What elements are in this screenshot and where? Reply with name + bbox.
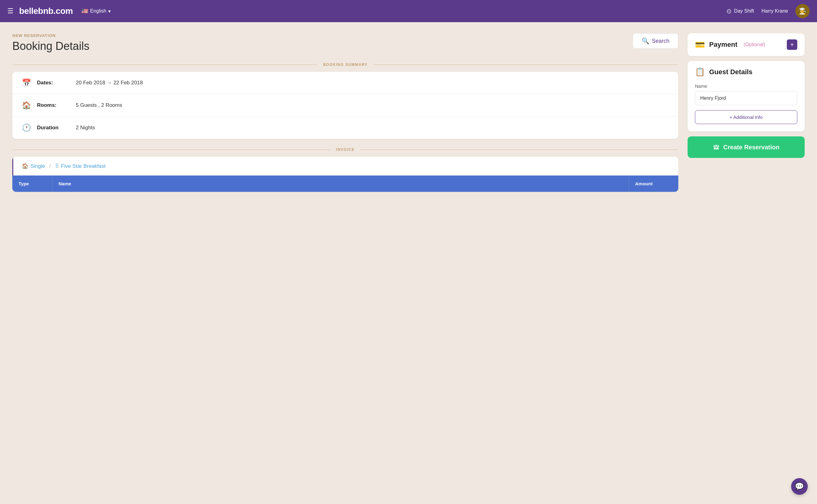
chat-icon: 💬 [795,482,804,491]
guest-list-icon: 📋 [695,67,705,77]
divider-line-left [12,65,318,65]
col-type-header: Type [12,175,52,192]
booking-summary-label: BOOKING SUMMARY [318,62,373,67]
sun-icon: ⊙ [726,7,732,15]
header-right: ⊙ Day Shift Harry Krane 👨‍🍳 [726,4,810,18]
create-reservation-button[interactable]: 🛎 Create Reservation [688,136,805,158]
rooms-label: Rooms: [37,102,71,108]
avatar: 👨‍🍳 [795,4,810,18]
page-title: Booking Details [12,40,89,53]
credit-card-icon: 💳 [695,40,705,50]
language-label: English [90,8,106,14]
app-header: ☰ bellebnb.com 🇺🇸 English ▾ ⊙ Day Shift … [0,0,817,22]
app-logo: bellebnb.com [19,6,73,16]
language-selector[interactable]: 🇺🇸 English ▾ [81,8,110,14]
dates-label: Dates: [37,80,71,86]
package-link[interactable]: ⠿ Five Star Breakfast [55,163,106,169]
invoice-divider-line-left [12,150,331,150]
room-icon: 🏠 [22,163,28,169]
divider-line-right [373,65,678,65]
search-button[interactable]: 🔍 Search [633,33,678,49]
booking-summary-divider: BOOKING SUMMARY [12,62,678,67]
invoice-section: 🏠 Single / ⠿ Five Star Breakfast Type Na… [12,157,678,192]
payment-optional-label: (Optional) [744,42,765,47]
col-name-header: Name [52,175,629,192]
house-icon: 🏠 [21,101,32,110]
invoice-item-content: 🏠 Single / ⠿ Five Star Breakfast [13,157,678,175]
booking-summary-card: 📅 Dates: 20 Feb 2018 → 22 Feb 2018 🏠 Roo… [12,72,678,139]
house-key-icon: 🛎 [713,143,720,151]
invoice-divider: INVOICE [12,147,678,152]
guest-card-header: 📋 Guest Details [695,67,797,77]
username-label: Harry Krane [762,8,788,14]
shift-label: Day Shift [734,8,754,14]
main-content: NEW RESERVATION Booking Details 🔍 Search… [0,22,817,203]
additional-info-button[interactable]: + Additional Info [695,110,797,124]
chat-bubble-button[interactable]: 💬 [791,478,808,495]
invoice-table-header: Type Name Amount [12,175,678,192]
search-icon: 🔍 [642,37,649,45]
guest-details-card: 📋 Guest Details Name + Additional Info [688,61,805,131]
flag-icon: 🇺🇸 [81,8,88,14]
guest-details-title: Guest Details [709,68,753,76]
col-amount-header: Amount [629,175,678,192]
page-header: NEW RESERVATION Booking Details [12,33,89,59]
invoice-separator: / [48,163,52,169]
shift-indicator: ⊙ Day Shift [726,7,754,15]
rooms-value: 5 Guests , 2 Rooms [76,102,122,108]
dates-row: 📅 Dates: 20 Feb 2018 → 22 Feb 2018 [12,72,678,94]
page-supertitle: NEW RESERVATION [12,33,89,38]
guest-name-input[interactable] [695,91,797,105]
left-column: NEW RESERVATION Booking Details 🔍 Search… [12,33,678,192]
chevron-down-icon: ▾ [108,8,111,14]
invoice-label: INVOICE [331,147,360,152]
invoice-item: 🏠 Single / ⠿ Five Star Breakfast [12,157,678,175]
right-column: 💳 Payment (Optional) + 📋 Guest Details N… [688,33,805,158]
duration-label: Duration [37,125,71,131]
clock-icon: 🕐 [21,123,32,132]
payment-card: 💳 Payment (Optional) + [688,33,805,56]
duration-value: 2 Nights [76,125,95,131]
payment-add-button[interactable]: + [787,39,797,50]
rooms-row: 🏠 Rooms: 5 Guests , 2 Rooms [12,94,678,117]
title-row: NEW RESERVATION Booking Details 🔍 Search [12,33,678,59]
name-field-label: Name [695,83,797,89]
duration-row: 🕐 Duration 2 Nights [12,117,678,139]
dates-value: 20 Feb 2018 → 22 Feb 2018 [76,80,143,86]
menu-icon[interactable]: ☰ [7,7,14,15]
room-link[interactable]: 🏠 Single [22,163,45,169]
payment-title: Payment [709,41,738,49]
invoice-divider-line-right [360,150,678,150]
calendar-icon: 📅 [21,79,32,87]
package-icon: ⠿ [55,163,59,169]
